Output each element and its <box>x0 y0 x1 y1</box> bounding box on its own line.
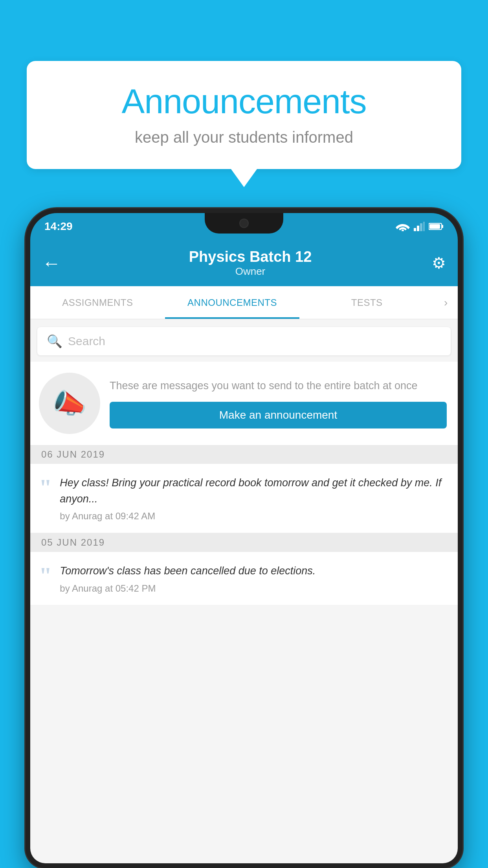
announcement-text-2: Tomorrow's class has been cancelled due … <box>60 563 447 579</box>
settings-icon[interactable]: ⚙ <box>432 254 446 272</box>
tab-announcements[interactable]: ANNOUNCEMENTS <box>165 286 300 319</box>
battery-icon <box>429 223 444 230</box>
app-bar-center: Physics Batch 12 Owner <box>69 248 432 278</box>
speech-bubble-container: Announcements keep all your students inf… <box>27 61 461 169</box>
app-bar-title: Physics Batch 12 <box>69 248 432 265</box>
wifi-icon <box>396 222 410 231</box>
power-button <box>459 323 462 359</box>
promo-icon-circle: 📣 <box>39 373 100 434</box>
signal-icon <box>414 222 425 231</box>
status-icons <box>396 222 444 231</box>
phone-notch <box>205 213 283 234</box>
bubble-title: Announcements <box>50 81 438 121</box>
announcement-content-1: Hey class! Bring your practical record b… <box>60 475 447 522</box>
svg-rect-4 <box>423 222 425 231</box>
bubble-subtitle: keep all your students informed <box>50 129 438 146</box>
quote-icon-1: " <box>39 478 52 522</box>
promo-right: These are messages you want to send to t… <box>110 378 447 428</box>
announcement-item-2[interactable]: " Tomorrow's class has been cancelled du… <box>30 552 458 605</box>
phone-content: 🔍 Search 📣 These are messages you want t… <box>30 319 458 863</box>
announcement-content-2: Tomorrow's class has been cancelled due … <box>60 563 447 594</box>
svg-rect-2 <box>417 226 419 231</box>
announcement-meta-1: by Anurag at 09:42 AM <box>60 511 447 522</box>
search-bar[interactable]: 🔍 Search <box>37 327 451 355</box>
app-bar: ← Physics Batch 12 Owner ⚙ <box>30 240 458 286</box>
tab-tests[interactable]: TESTS <box>299 286 434 319</box>
date-divider-2: 05 JUN 2019 <box>30 533 458 552</box>
tabs-bar: ASSIGNMENTS ANNOUNCEMENTS TESTS › <box>30 286 458 319</box>
announcement-item-1[interactable]: " Hey class! Bring your practical record… <box>30 464 458 533</box>
svg-rect-7 <box>429 224 440 229</box>
quote-icon-2: " <box>39 566 52 594</box>
announcement-meta-2: by Anurag at 05:42 PM <box>60 583 447 594</box>
tab-more[interactable]: › <box>434 286 458 319</box>
volume-down-button <box>26 378 29 421</box>
search-icon: 🔍 <box>47 334 62 349</box>
make-announcement-button[interactable]: Make an announcement <box>110 402 447 428</box>
volume-up-button <box>26 327 29 370</box>
megaphone-icon: 📣 <box>53 387 87 419</box>
speech-bubble: Announcements keep all your students inf… <box>27 61 461 169</box>
svg-rect-3 <box>420 223 422 231</box>
app-bar-subtitle: Owner <box>69 265 432 278</box>
promo-description: These are messages you want to send to t… <box>110 378 447 394</box>
promo-card: 📣 These are messages you want to send to… <box>30 362 458 445</box>
search-placeholder: Search <box>68 335 105 348</box>
announcement-text-1: Hey class! Bring your practical record b… <box>60 475 447 507</box>
tab-assignments[interactable]: ASSIGNMENTS <box>30 286 165 319</box>
camera <box>239 219 249 228</box>
svg-rect-6 <box>442 225 443 228</box>
status-time: 14:29 <box>44 220 73 233</box>
svg-rect-1 <box>414 228 416 231</box>
svg-point-0 <box>402 230 404 231</box>
phone-mockup: 14:29 ← Physics Batch 12 Ow <box>26 208 462 868</box>
back-button[interactable]: ← <box>42 252 61 274</box>
date-divider-1: 06 JUN 2019 <box>30 445 458 464</box>
silent-button <box>26 292 29 319</box>
